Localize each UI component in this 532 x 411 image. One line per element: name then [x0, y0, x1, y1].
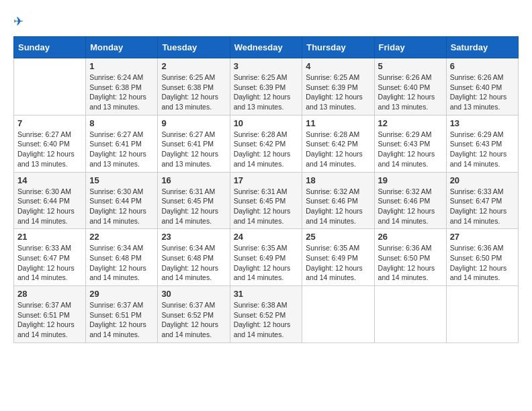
calendar-cell: 21Sunrise: 6:33 AM Sunset: 6:47 PM Dayli…: [14, 229, 86, 286]
calendar-cell: 19Sunrise: 6:32 AM Sunset: 6:46 PM Dayli…: [374, 172, 446, 229]
calendar-cell: 7Sunrise: 6:27 AM Sunset: 6:40 PM Daylig…: [14, 115, 86, 172]
day-detail: Sunrise: 6:28 AM Sunset: 6:42 PM Dayligh…: [234, 130, 299, 169]
day-number: 2: [161, 61, 226, 71]
day-detail: Sunrise: 6:35 AM Sunset: 6:49 PM Dayligh…: [234, 243, 299, 283]
day-detail: Sunrise: 6:29 AM Sunset: 6:43 PM Dayligh…: [450, 130, 515, 169]
calendar-cell: [374, 286, 446, 343]
calendar-cell: 23Sunrise: 6:34 AM Sunset: 6:48 PM Dayli…: [158, 229, 230, 286]
weekday-header-saturday: Saturday: [446, 37, 518, 58]
day-detail: Sunrise: 6:36 AM Sunset: 6:50 PM Dayligh…: [378, 243, 443, 283]
day-number: 18: [306, 175, 370, 185]
day-number: 3: [234, 61, 299, 71]
logo: ✈: [13, 13, 31, 30]
calendar-cell: [14, 58, 86, 116]
calendar-cell: 3Sunrise: 6:25 AM Sunset: 6:39 PM Daylig…: [230, 58, 302, 116]
calendar-cell: 18Sunrise: 6:32 AM Sunset: 6:46 PM Dayli…: [302, 172, 374, 229]
day-number: 1: [89, 61, 154, 71]
day-detail: Sunrise: 6:31 AM Sunset: 6:45 PM Dayligh…: [234, 187, 299, 226]
day-number: 13: [450, 118, 515, 128]
calendar-week-row: 7Sunrise: 6:27 AM Sunset: 6:40 PM Daylig…: [14, 115, 519, 172]
day-detail: Sunrise: 6:36 AM Sunset: 6:50 PM Dayligh…: [450, 243, 515, 283]
calendar-header: SundayMondayTuesdayWednesdayThursdayFrid…: [14, 37, 519, 58]
calendar-cell: 15Sunrise: 6:30 AM Sunset: 6:44 PM Dayli…: [86, 172, 158, 229]
day-number: 16: [161, 175, 226, 185]
calendar-cell: 26Sunrise: 6:36 AM Sunset: 6:50 PM Dayli…: [374, 229, 446, 286]
day-number: 23: [161, 232, 226, 242]
calendar-cell: 14Sunrise: 6:30 AM Sunset: 6:44 PM Dayli…: [14, 172, 86, 229]
weekday-header-tuesday: Tuesday: [158, 37, 230, 58]
day-detail: Sunrise: 6:25 AM Sunset: 6:39 PM Dayligh…: [306, 73, 370, 112]
calendar-cell: 4Sunrise: 6:25 AM Sunset: 6:39 PM Daylig…: [302, 58, 374, 116]
day-number: 28: [17, 289, 82, 299]
day-number: 25: [306, 232, 370, 242]
weekday-header-wednesday: Wednesday: [230, 37, 302, 58]
calendar-cell: 16Sunrise: 6:31 AM Sunset: 6:45 PM Dayli…: [158, 172, 230, 229]
calendar-cell: 10Sunrise: 6:28 AM Sunset: 6:42 PM Dayli…: [230, 115, 302, 172]
calendar-cell: 22Sunrise: 6:34 AM Sunset: 6:48 PM Dayli…: [86, 229, 158, 286]
calendar-cell: 1Sunrise: 6:24 AM Sunset: 6:38 PM Daylig…: [86, 58, 158, 116]
day-detail: Sunrise: 6:35 AM Sunset: 6:49 PM Dayligh…: [306, 243, 370, 283]
day-number: 31: [234, 289, 299, 299]
calendar-cell: 2Sunrise: 6:25 AM Sunset: 6:38 PM Daylig…: [158, 58, 230, 116]
day-detail: Sunrise: 6:30 AM Sunset: 6:44 PM Dayligh…: [17, 187, 82, 226]
weekday-header-row: SundayMondayTuesdayWednesdayThursdayFrid…: [14, 37, 519, 58]
day-number: 27: [450, 232, 515, 242]
calendar-cell: [446, 286, 518, 343]
day-detail: Sunrise: 6:26 AM Sunset: 6:40 PM Dayligh…: [378, 73, 443, 112]
weekday-header-friday: Friday: [374, 37, 446, 58]
day-number: 30: [161, 289, 226, 299]
calendar-cell: 31Sunrise: 6:38 AM Sunset: 6:52 PM Dayli…: [230, 286, 302, 343]
page-header: ✈: [13, 13, 519, 30]
day-detail: Sunrise: 6:27 AM Sunset: 6:40 PM Dayligh…: [17, 130, 82, 169]
calendar-week-row: 1Sunrise: 6:24 AM Sunset: 6:38 PM Daylig…: [14, 58, 519, 116]
calendar-cell: 13Sunrise: 6:29 AM Sunset: 6:43 PM Dayli…: [446, 115, 518, 172]
weekday-header-monday: Monday: [86, 37, 158, 58]
day-detail: Sunrise: 6:25 AM Sunset: 6:38 PM Dayligh…: [161, 73, 226, 112]
day-number: 26: [378, 232, 443, 242]
day-detail: Sunrise: 6:33 AM Sunset: 6:47 PM Dayligh…: [450, 187, 515, 226]
calendar-cell: 5Sunrise: 6:26 AM Sunset: 6:40 PM Daylig…: [374, 58, 446, 116]
day-number: 21: [17, 232, 82, 242]
day-number: 11: [306, 118, 370, 128]
day-number: 10: [234, 118, 299, 128]
day-number: 19: [378, 175, 443, 185]
day-detail: Sunrise: 6:37 AM Sunset: 6:51 PM Dayligh…: [89, 300, 154, 340]
calendar-cell: 12Sunrise: 6:29 AM Sunset: 6:43 PM Dayli…: [374, 115, 446, 172]
calendar-cell: 8Sunrise: 6:27 AM Sunset: 6:41 PM Daylig…: [86, 115, 158, 172]
day-detail: Sunrise: 6:33 AM Sunset: 6:47 PM Dayligh…: [17, 243, 82, 283]
calendar-cell: 6Sunrise: 6:26 AM Sunset: 6:40 PM Daylig…: [446, 58, 518, 116]
calendar-week-row: 28Sunrise: 6:37 AM Sunset: 6:51 PM Dayli…: [14, 286, 519, 343]
calendar-cell: 30Sunrise: 6:37 AM Sunset: 6:52 PM Dayli…: [158, 286, 230, 343]
day-number: 29: [89, 289, 154, 299]
calendar-cell: 25Sunrise: 6:35 AM Sunset: 6:49 PM Dayli…: [302, 229, 374, 286]
day-detail: Sunrise: 6:24 AM Sunset: 6:38 PM Dayligh…: [89, 73, 154, 112]
svg-text:✈: ✈: [13, 15, 24, 28]
calendar-cell: 9Sunrise: 6:27 AM Sunset: 6:41 PM Daylig…: [158, 115, 230, 172]
calendar-body: 1Sunrise: 6:24 AM Sunset: 6:38 PM Daylig…: [14, 58, 519, 343]
day-detail: Sunrise: 6:38 AM Sunset: 6:52 PM Dayligh…: [234, 300, 299, 340]
calendar-table: SundayMondayTuesdayWednesdayThursdayFrid…: [13, 36, 519, 343]
calendar-cell: 11Sunrise: 6:28 AM Sunset: 6:42 PM Dayli…: [302, 115, 374, 172]
day-number: 4: [306, 61, 370, 71]
day-detail: Sunrise: 6:34 AM Sunset: 6:48 PM Dayligh…: [161, 243, 226, 283]
day-number: 15: [89, 175, 154, 185]
day-number: 12: [378, 118, 443, 128]
day-number: 22: [89, 232, 154, 242]
day-detail: Sunrise: 6:32 AM Sunset: 6:46 PM Dayligh…: [306, 187, 370, 226]
day-number: 6: [450, 61, 515, 71]
calendar-cell: 29Sunrise: 6:37 AM Sunset: 6:51 PM Dayli…: [86, 286, 158, 343]
day-detail: Sunrise: 6:25 AM Sunset: 6:39 PM Dayligh…: [234, 73, 299, 112]
day-number: 7: [17, 118, 82, 128]
weekday-header-thursday: Thursday: [302, 37, 374, 58]
day-detail: Sunrise: 6:37 AM Sunset: 6:52 PM Dayligh…: [161, 300, 226, 340]
day-number: 8: [89, 118, 154, 128]
day-number: 17: [234, 175, 299, 185]
day-detail: Sunrise: 6:27 AM Sunset: 6:41 PM Dayligh…: [161, 130, 226, 169]
weekday-header-sunday: Sunday: [14, 37, 86, 58]
day-detail: Sunrise: 6:31 AM Sunset: 6:45 PM Dayligh…: [161, 187, 226, 226]
day-detail: Sunrise: 6:26 AM Sunset: 6:40 PM Dayligh…: [450, 73, 515, 112]
calendar-cell: 28Sunrise: 6:37 AM Sunset: 6:51 PM Dayli…: [14, 286, 86, 343]
calendar-cell: 17Sunrise: 6:31 AM Sunset: 6:45 PM Dayli…: [230, 172, 302, 229]
day-detail: Sunrise: 6:34 AM Sunset: 6:48 PM Dayligh…: [89, 243, 154, 283]
day-detail: Sunrise: 6:37 AM Sunset: 6:51 PM Dayligh…: [17, 300, 82, 340]
